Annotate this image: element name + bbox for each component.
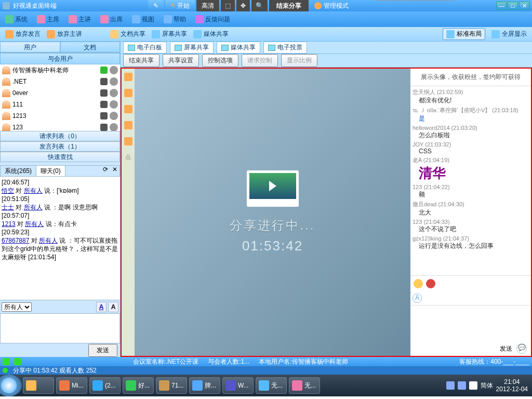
clock[interactable]: 21:04 2012-12-04 (496, 378, 528, 393)
user-row[interactable]: 0ever (0, 87, 120, 99)
chat-log: [20:46:57]悟空 对 所有人 说：['kɒləm][20:51:05]士… (0, 177, 120, 300)
remote-send-button[interactable]: 发送 (500, 344, 512, 353)
taskbar-item[interactable]: W... (222, 377, 254, 394)
cam-icon[interactable] (110, 66, 118, 74)
taskbar-item[interactable]: 脾... (189, 377, 220, 394)
chat-input[interactable] (0, 313, 120, 343)
cam-icon[interactable] (110, 123, 118, 131)
send-button[interactable]: 发送 (88, 344, 117, 357)
taskbar-item[interactable]: (2... (89, 377, 121, 394)
mic-icon[interactable] (100, 66, 108, 74)
msg-meta: ℡ Ｊ olīи.‵摹挖脚‵【依吧小V】 (21:03:18) (413, 107, 529, 114)
maximize-button[interactable]: □ (508, 2, 518, 10)
close-button[interactable]: ✕ (519, 2, 529, 10)
emoji-icon[interactable] (414, 279, 423, 288)
chat-bubble-icon[interactable]: 💬 (516, 343, 527, 354)
msg-text: 清华 (413, 164, 529, 182)
tab-user[interactable]: 用户 (0, 42, 60, 52)
cam-icon[interactable] (110, 89, 118, 97)
mic-icon[interactable] (100, 89, 108, 97)
mic-icon[interactable] (100, 101, 108, 108)
media-share[interactable]: 媒体共享 (193, 30, 229, 38)
cam-icon[interactable] (110, 112, 118, 120)
tool-icon[interactable] (124, 137, 132, 145)
refresh-icon[interactable]: ⟳ (101, 166, 110, 176)
request-list[interactable]: 请求列表（0） (0, 131, 120, 141)
pen-icon[interactable]: ✎ (148, 0, 164, 11)
minimize-button[interactable]: — (496, 2, 507, 10)
start-button[interactable] (0, 375, 22, 396)
ime-mode[interactable]: 简体 (481, 381, 493, 390)
menu-view[interactable]: 视图 (132, 15, 154, 24)
tab-doc[interactable]: 文档 (60, 42, 121, 52)
mic-icon[interactable] (100, 124, 108, 131)
remote-chat-input[interactable] (410, 305, 531, 341)
speak-list[interactable]: 发言列表（1） (0, 141, 120, 152)
share-setting[interactable]: 共享设置 (163, 54, 199, 67)
msg-text: 是 (413, 114, 529, 123)
crop-icon[interactable]: ⬚ (221, 0, 235, 11)
font-button[interactable]: A (108, 302, 118, 312)
giveup-speak[interactable]: 放弃发言 (5, 30, 41, 38)
fullscreen[interactable]: 全屏显示 (491, 30, 527, 38)
menu-feedback[interactable]: 反馈问题 (195, 15, 230, 24)
volume-icon[interactable] (469, 381, 477, 390)
gear-icon[interactable]: ✕ (110, 166, 119, 176)
admin-mode[interactable]: 管理模式 (310, 0, 353, 11)
mic-icon[interactable] (100, 112, 108, 119)
menu-system[interactable]: 系统 (5, 15, 28, 24)
mic-icon[interactable] (100, 78, 108, 85)
user-row[interactable]: 1213 (0, 110, 120, 122)
end-share-button[interactable]: 结束分享 (269, 0, 309, 11)
zoom-icon[interactable]: 🔍 (251, 0, 268, 11)
tab-mediashare[interactable]: 媒体共享 (217, 42, 260, 54)
taskbar-item[interactable]: 好... (123, 377, 154, 394)
start-share-tab[interactable]: ✎ 开始 (165, 0, 195, 11)
gear-icon (5, 15, 14, 23)
app-label: 脾... (205, 381, 216, 390)
tab-system[interactable]: 系统(265) (1, 166, 36, 176)
cam-icon[interactable] (110, 100, 118, 109)
cam-icon[interactable] (110, 77, 118, 86)
menu-chair[interactable]: 主席 (37, 15, 59, 24)
tray-icon[interactable] (458, 381, 466, 390)
tray-icon[interactable] (446, 381, 455, 390)
user-row[interactable]: 111 (0, 99, 120, 110)
taskbar-item[interactable]: 71... (156, 377, 187, 394)
end-share[interactable]: 结束共享 (123, 54, 159, 67)
taskbar-item[interactable]: Mi... (56, 377, 87, 394)
hd-button[interactable]: 高清 (196, 0, 219, 11)
tab-vote[interactable]: 电子投票 (263, 42, 307, 54)
taskbar-item[interactable] (23, 377, 54, 394)
menu-attend[interactable]: 出席 (100, 15, 123, 24)
font-icon[interactable]: A (413, 294, 422, 303)
rose-icon[interactable] (426, 279, 435, 288)
tool-icon[interactable] (124, 105, 132, 113)
taskbar-item[interactable]: 无... (256, 377, 287, 394)
move-icon[interactable]: ✥ (236, 0, 250, 11)
quick-search[interactable]: 快速查找 (0, 152, 120, 162)
room-name: 会议室名称:.NET公开课 (133, 357, 199, 366)
menu-speaker[interactable]: 主讲 (69, 15, 91, 24)
font-color-button[interactable]: A (96, 302, 107, 312)
tool-icon[interactable] (124, 73, 132, 81)
giveup-host[interactable]: 放弃主讲 (47, 30, 82, 38)
ime-bar[interactable]: S 中 ☽ •, ⌨ 👤 🔧 (376, 0, 454, 1)
tool-icon[interactable] (124, 89, 132, 97)
tool-icon[interactable] (124, 121, 132, 129)
std-layout[interactable]: 标准布局 (443, 28, 485, 40)
user-row[interactable]: 123 (0, 122, 120, 131)
user-row[interactable]: .NET (0, 76, 120, 87)
screen-share[interactable]: 屏幕共享 (152, 30, 187, 38)
tab-whiteboard[interactable]: 电子白板 (123, 42, 167, 54)
menu-help[interactable]: 帮助 (164, 15, 186, 24)
control-option[interactable]: 控制选项 (202, 54, 238, 67)
taskbar-item[interactable]: 无... (289, 377, 320, 394)
screen-icon (152, 30, 160, 38)
tab-chat[interactable]: 聊天(0) (36, 166, 65, 176)
doc-share[interactable]: 文档共享 (110, 30, 145, 38)
user-row[interactable]: 传智播客杨中科老师 (0, 64, 120, 76)
target-select[interactable]: 所有人 (2, 302, 32, 312)
tab-screenshare[interactable]: 屏幕共享 (170, 42, 214, 54)
app-icon (292, 380, 302, 391)
